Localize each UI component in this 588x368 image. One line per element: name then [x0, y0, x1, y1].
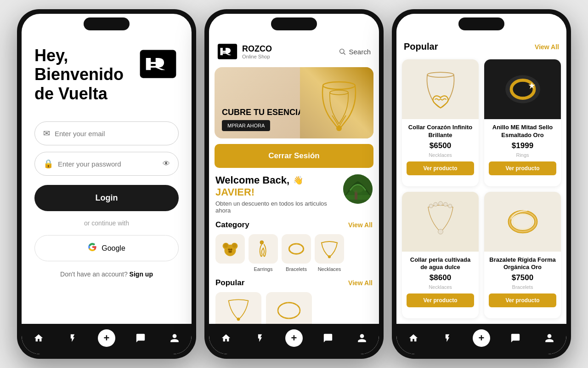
svg-point-5: [323, 82, 355, 89]
popular-header: Popular View All: [396, 14, 566, 58]
svg-point-17: [230, 248, 232, 251]
signup-link[interactable]: Sign up: [130, 270, 153, 278]
ver-producto-btn-3[interactable]: Ver producto: [407, 293, 474, 307]
shop-scroll[interactable]: CUBRE TU ESENCIA MPRAR AHORA: [209, 67, 379, 324]
shop-logo: ROZCO Online Shop: [217, 41, 272, 62]
shop-logo-icon: [217, 41, 237, 62]
nav-add[interactable]: +: [98, 329, 115, 347]
google-icon: [88, 242, 97, 254]
product-card-1: Collar Corazón Infinito Brillante $6500 …: [402, 59, 479, 186]
product-img-1: [402, 59, 479, 119]
nav-user-3[interactable]: [541, 329, 558, 347]
category-img-bracelets: [282, 234, 311, 264]
category-label-bracelets: Bracelets: [286, 266, 307, 272]
popular-view-all-3[interactable]: View All: [535, 43, 559, 51]
svg-point-31: [438, 201, 442, 205]
categories-row: Earrings Bracelets: [209, 234, 379, 278]
nav-user-2[interactable]: [353, 329, 371, 347]
nav-user[interactable]: [166, 329, 183, 347]
product-info-2: Anillo ME Mitad Sello Esmaltado Oro $199…: [484, 119, 561, 186]
phone-shop: ROZCO Online Shop Search CUBRE TU ESENCI…: [204, 9, 384, 359]
svg-point-19: [260, 241, 264, 244]
nav-chat[interactable]: [132, 329, 149, 347]
product-card-2: Anillo ME Mitad Sello Esmaltado Oro $199…: [484, 59, 561, 186]
bottom-nav-3: +: [396, 324, 566, 354]
product-info-3: Collar perla cultivada de agua dulce $86…: [402, 252, 479, 319]
svg-point-36: [438, 229, 443, 234]
search-bar[interactable]: Search: [339, 48, 371, 56]
signup-prompt: Don't have an account? Sign up: [34, 270, 179, 278]
login-button[interactable]: Login: [34, 185, 179, 211]
product-img-3: [402, 192, 479, 252]
ver-producto-btn-2[interactable]: Ver producto: [489, 161, 556, 175]
product-img-4: [484, 192, 561, 252]
phone-popular: Popular View All: [392, 9, 571, 359]
email-field[interactable]: [55, 130, 170, 138]
category-view-all[interactable]: View All: [348, 221, 373, 229]
svg-point-7: [330, 90, 348, 95]
svg-point-15: [232, 243, 237, 247]
product-info-1: Collar Corazón Infinito Brillante $6500 …: [402, 119, 479, 186]
svg-point-6: [336, 126, 342, 131]
hero-banner: CUBRE TU ESENCIA MPRAR AHORA: [215, 67, 373, 138]
wave-emoji: 👋: [293, 175, 303, 185]
category-section-header: Category View All: [209, 220, 379, 234]
ver-producto-btn-1[interactable]: Ver producto: [407, 161, 474, 175]
hero-image: [300, 67, 373, 138]
bottom-nav-1: +: [22, 324, 192, 354]
category-label-earrings: Earrings: [254, 266, 273, 272]
category-item-necklaces[interactable]: Necklaces: [315, 234, 344, 272]
category-item-bracelets[interactable]: Bracelets: [282, 234, 311, 272]
category-item-earrings[interactable]: Earrings: [249, 234, 278, 272]
password-field[interactable]: [58, 160, 163, 168]
product-info-4: Brazalete Rígida Forma Orgánica Oro $750…: [484, 252, 561, 319]
or-divider: or continue with: [34, 219, 179, 227]
popular-section-header: Popular View All: [209, 278, 379, 292]
hero-text: CUBRE TU ESENCIA MPRAR AHORA: [222, 108, 304, 131]
svg-point-16: [228, 248, 230, 251]
nav-flash[interactable]: [64, 329, 81, 347]
product-card-3: Collar perla cultivada de agua dulce $86…: [402, 192, 479, 319]
svg-point-33: [448, 204, 452, 207]
email-icon: ✉: [43, 128, 50, 138]
google-button[interactable]: Google: [34, 235, 179, 261]
svg-point-35: [429, 204, 433, 207]
google-label: Google: [102, 244, 125, 253]
product-card-4: Brazalete Rígida Forma Orgánica Oro $750…: [484, 192, 561, 319]
email-input-group[interactable]: ✉: [34, 121, 179, 145]
popular-preview: [209, 292, 379, 324]
svg-point-10: [352, 185, 363, 193]
shop-brand-text: ROZCO Online Shop: [242, 44, 272, 59]
nav-home-2[interactable]: [217, 329, 235, 347]
category-img-necklaces: [315, 234, 344, 264]
nav-add-2[interactable]: +: [285, 329, 303, 347]
category-item-bear[interactable]: [215, 234, 245, 272]
welcome-text: Welcome Back, 👋 JAVIER! Obten un descuen…: [215, 174, 338, 214]
nav-flash-3[interactable]: [439, 329, 456, 347]
bottom-nav-2: +: [209, 324, 379, 354]
login-title: Hey, Bienvenido de Vuelta: [34, 46, 124, 103]
password-input-group[interactable]: 🔒 👁: [34, 152, 179, 176]
search-label: Search: [349, 48, 371, 56]
products-grid: Collar Corazón Infinito Brillante $6500 …: [396, 58, 566, 324]
ver-producto-btn-4[interactable]: Ver producto: [489, 293, 556, 307]
hero-btn[interactable]: MPRAR AHORA: [222, 120, 270, 131]
nav-chat-2[interactable]: [319, 329, 337, 347]
nav-home[interactable]: [30, 329, 47, 347]
svg-point-18: [228, 251, 232, 253]
login-header: Hey, Bienvenido de Vuelta: [34, 46, 179, 103]
nav-add-3[interactable]: +: [473, 329, 490, 347]
nav-home-3[interactable]: [405, 329, 422, 347]
svg-point-26: [427, 72, 454, 77]
svg-point-22: [328, 255, 331, 258]
avatar: [343, 174, 373, 204]
nav-chat-3[interactable]: [507, 329, 524, 347]
svg-point-30: [511, 80, 534, 98]
eye-icon[interactable]: 👁: [163, 160, 170, 168]
category-img-earrings: [249, 234, 278, 264]
popular-view-all[interactable]: View All: [348, 279, 373, 287]
cerrar-sesion-button[interactable]: Cerrar Sesión: [215, 144, 373, 168]
lock-icon: 🔒: [43, 159, 53, 169]
welcome-section: Welcome Back, 👋 JAVIER! Obten un descuen…: [209, 174, 379, 220]
nav-flash-2[interactable]: [251, 329, 269, 347]
